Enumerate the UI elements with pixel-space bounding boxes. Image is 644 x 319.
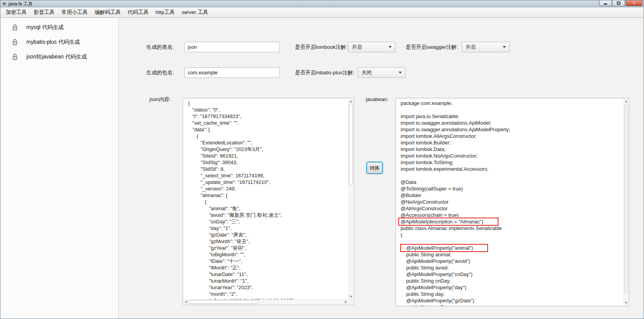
sidebar-item-label: mysql 代码生成 bbox=[26, 24, 63, 31]
apimodel-highlight-box bbox=[398, 218, 498, 226]
swagger-select[interactable]: 开启 bbox=[462, 42, 510, 52]
lombok-select[interactable]: 开启 bbox=[348, 42, 396, 52]
json-horizontal-scrollbar[interactable] bbox=[183, 299, 348, 304]
menu-item-code-tools[interactable]: 代码工具 bbox=[124, 7, 152, 17]
scroll-right-icon[interactable] bbox=[345, 300, 347, 304]
padlock-icon bbox=[12, 24, 18, 31]
scrollbar-thumb[interactable] bbox=[349, 104, 353, 185]
sidebar: mysql 代码生成 mybatis-plus 代码生成 json转javabe… bbox=[0, 18, 119, 319]
close-button[interactable]: ✕ bbox=[625, 0, 642, 6]
scroll-up-icon[interactable] bbox=[349, 100, 353, 102]
maximize-button[interactable] bbox=[612, 0, 625, 6]
scrollbar-corner bbox=[348, 299, 353, 304]
convert-button[interactable]: 转换 bbox=[367, 162, 382, 173]
mybatis-toggle-label: 是否开启mbatis-plus注解: bbox=[295, 67, 355, 78]
menu-item-server-tools[interactable]: server 工具 bbox=[178, 7, 212, 17]
sidebar-item-label: json转javabean 代码生成 bbox=[26, 53, 87, 60]
window-controls: ✕ bbox=[599, 0, 642, 6]
scroll-left-icon[interactable] bbox=[185, 300, 187, 304]
chevron-down-icon bbox=[503, 46, 506, 48]
sidebar-item-mysql-codegen[interactable]: mysql 代码生成 bbox=[0, 20, 118, 35]
window-title: java-fx 工具 bbox=[9, 0, 33, 7]
close-icon: ✕ bbox=[632, 1, 635, 6]
scroll-down-icon[interactable] bbox=[349, 296, 353, 298]
app-window: ⚒ java-fx 工具 ✕ 加密工具 影音工具 常用小工具 编解码工具 代码工… bbox=[0, 0, 644, 319]
padlock-icon bbox=[12, 39, 18, 45]
class-name-input[interactable]: json bbox=[184, 42, 280, 52]
swagger-select-value: 开启 bbox=[466, 44, 476, 51]
sidebar-item-mybatis-plus-codegen[interactable]: mybatis-plus 代码生成 bbox=[0, 35, 118, 50]
app-icon: ⚒ bbox=[2, 0, 6, 7]
scroll-up-icon[interactable] bbox=[625, 100, 628, 102]
scroll-down-icon[interactable] bbox=[625, 302, 628, 304]
javabean-output-textarea[interactable]: package com.example; import java.io.Seri… bbox=[396, 98, 629, 306]
sidebar-item-json-to-javabean[interactable]: json转javabean 代码生成 bbox=[0, 50, 118, 64]
swagger-toggle-label: 是否开启swagger注解: bbox=[406, 42, 458, 52]
padlock-icon bbox=[12, 54, 18, 60]
javabean-output-text: package com.example; import java.io.Seri… bbox=[396, 98, 629, 306]
menu-item-common-tools[interactable]: 常用小工具 bbox=[58, 7, 91, 17]
menu-item-media-tools[interactable]: 影音工具 bbox=[30, 7, 58, 17]
json-content-textarea[interactable]: { "status": "0", "t": "1677917334923", "… bbox=[183, 98, 354, 305]
lombok-select-value: 开启 bbox=[352, 44, 362, 51]
main-panel: 生成的类名: json 是否开启lombook注解: 开启 是否开启swagge… bbox=[119, 18, 644, 319]
menu-bar: 加密工具 影音工具 常用小工具 编解码工具 代码工具 http工具 server… bbox=[0, 7, 644, 18]
titlebar[interactable]: ⚒ java-fx 工具 ✕ bbox=[0, 0, 644, 7]
javabean-label: javabean: bbox=[366, 94, 389, 105]
json-content-label: json内容: bbox=[149, 94, 171, 105]
menu-item-http-tools[interactable]: http工具 bbox=[152, 7, 178, 17]
javabean-vertical-scrollbar[interactable] bbox=[623, 99, 629, 305]
lombok-toggle-label: 是否开启lombook注解: bbox=[295, 42, 348, 52]
minimize-icon bbox=[604, 3, 607, 5]
menu-item-encrypt-tools[interactable]: 加密工具 bbox=[2, 7, 30, 17]
menu-item-codec-tools[interactable]: 编解码工具 bbox=[91, 7, 125, 17]
json-vertical-scrollbar[interactable] bbox=[348, 99, 353, 299]
json-content-text: { "status": "0", "t": "1677917334923", "… bbox=[183, 98, 354, 304]
apimodelproperty-highlight-box bbox=[400, 244, 488, 252]
scrollbar-thumb[interactable] bbox=[624, 104, 628, 293]
chevron-down-icon bbox=[389, 46, 392, 48]
class-name-label: 生成的类名: bbox=[146, 42, 174, 52]
mybatis-select-value: 关闭 bbox=[361, 69, 372, 76]
minimize-button[interactable] bbox=[599, 0, 612, 6]
sidebar-item-label: mybatis-plus 代码生成 bbox=[26, 39, 80, 46]
scrollbar-thumb[interactable] bbox=[189, 300, 259, 304]
package-name-input[interactable]: com.example bbox=[184, 67, 280, 78]
package-name-label: 生成的包名: bbox=[146, 67, 174, 78]
chevron-down-icon bbox=[399, 72, 402, 74]
maximize-icon bbox=[617, 2, 620, 5]
mybatis-select[interactable]: 关闭 bbox=[358, 67, 406, 78]
